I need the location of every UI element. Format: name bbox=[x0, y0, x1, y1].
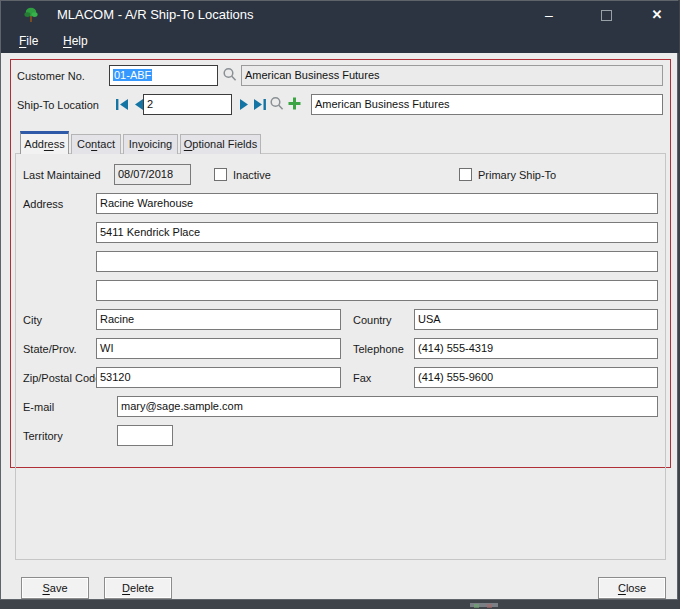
zip-postal-input[interactable]: 53120 bbox=[96, 367, 341, 388]
window-title: MLACOM - A/R Ship-To Locations bbox=[57, 1, 254, 29]
minimize-button[interactable]: – bbox=[528, 1, 570, 29]
last-maintained-field: 08/07/2018 bbox=[114, 164, 191, 185]
city-label: City bbox=[23, 310, 42, 330]
taskbar-icon-fragment-green bbox=[474, 604, 479, 608]
address-line4-input[interactable] bbox=[96, 280, 658, 301]
shipto-location-label: Ship-To Location bbox=[17, 95, 99, 115]
customer-lookup-magnifier-icon[interactable] bbox=[222, 67, 238, 87]
maximize-button[interactable] bbox=[585, 1, 627, 29]
fax-label: Fax bbox=[353, 368, 371, 388]
customer-no-input[interactable]: 01-ABF bbox=[109, 65, 218, 86]
email-input[interactable]: mary@sage.sample.com bbox=[117, 396, 658, 417]
inactive-label: Inactive bbox=[233, 165, 271, 185]
shipto-name-input[interactable]: American Business Futures bbox=[311, 94, 663, 115]
next-record-icon[interactable] bbox=[239, 97, 251, 115]
address-line1-input[interactable]: Racine Warehouse bbox=[96, 193, 658, 214]
address-line3-input[interactable] bbox=[96, 251, 658, 272]
inactive-checkbox[interactable] bbox=[214, 168, 227, 181]
menu-file[interactable]: File bbox=[15, 29, 42, 53]
state-prov-input[interactable]: WI bbox=[96, 338, 341, 359]
shipto-lookup-magnifier-icon[interactable] bbox=[269, 96, 285, 116]
first-record-icon[interactable] bbox=[115, 97, 129, 115]
country-label: Country bbox=[353, 310, 392, 330]
sage-tree-icon bbox=[23, 7, 39, 23]
email-label: E-mail bbox=[23, 397, 54, 417]
tab-contact[interactable]: Contact bbox=[71, 134, 121, 154]
primary-shipto-label: Primary Ship-To bbox=[478, 165, 556, 185]
app-window: MLACOM - A/R Ship-To Locations – ✕ File … bbox=[0, 0, 678, 600]
tab-optional-fields[interactable]: Optional Fields bbox=[180, 134, 261, 154]
menu-bar bbox=[1, 29, 679, 53]
selected-text: 01-ABF bbox=[113, 69, 152, 81]
shipto-code-input[interactable]: 2 bbox=[143, 94, 232, 115]
state-prov-label: State/Prov. bbox=[23, 339, 77, 359]
titlebar: MLACOM - A/R Ship-To Locations – ✕ bbox=[1, 1, 679, 29]
city-input[interactable]: Racine bbox=[96, 309, 341, 330]
new-shipto-plus-icon[interactable] bbox=[287, 96, 302, 115]
save-button[interactable]: Save bbox=[21, 577, 89, 599]
address-label: Address bbox=[23, 194, 63, 214]
last-record-icon[interactable] bbox=[253, 97, 267, 115]
fax-input[interactable]: (414) 555-9600 bbox=[414, 367, 658, 388]
customer-name-display: American Business Futures bbox=[241, 65, 663, 86]
telephone-input[interactable]: (414) 555-4319 bbox=[414, 338, 658, 359]
tab-address[interactable]: Address bbox=[20, 131, 69, 154]
zip-postal-label: Zip/Postal Code bbox=[23, 368, 101, 388]
last-maintained-label: Last Maintained bbox=[23, 165, 101, 185]
customer-no-label: Customer No. bbox=[17, 66, 85, 86]
close-button[interactable]: Close bbox=[598, 577, 666, 599]
country-input[interactable]: USA bbox=[414, 309, 658, 330]
territory-input[interactable] bbox=[117, 425, 173, 446]
primary-shipto-checkbox[interactable] bbox=[459, 168, 472, 181]
taskbar-icon-fragment-red bbox=[487, 604, 492, 608]
close-window-button[interactable]: ✕ bbox=[635, 1, 679, 29]
tab-invoicing[interactable]: Invoicing bbox=[123, 134, 178, 154]
maximize-icon bbox=[601, 10, 612, 21]
telephone-label: Telephone bbox=[353, 339, 404, 359]
delete-button[interactable]: Delete bbox=[104, 577, 172, 599]
territory-label: Territory bbox=[23, 426, 63, 446]
menu-help[interactable]: Help bbox=[59, 29, 92, 53]
address-line2-input[interactable]: 5411 Kendrick Place bbox=[96, 222, 658, 243]
